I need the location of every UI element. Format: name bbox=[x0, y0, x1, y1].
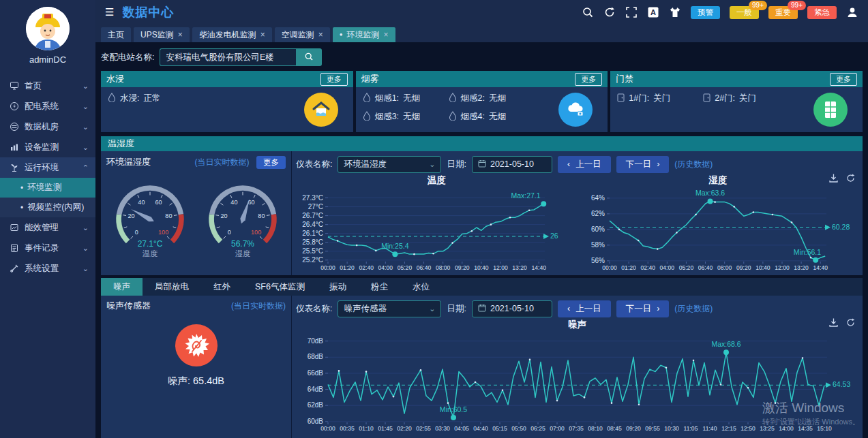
realtime-note: (当日实时数据) bbox=[231, 300, 286, 312]
subpanel-title: 环境温湿度 bbox=[106, 156, 151, 168]
access-door-icon bbox=[813, 93, 848, 127]
svg-text:40: 40 bbox=[230, 199, 237, 206]
door-more-button[interactable]: 更多 bbox=[830, 73, 857, 86]
close-icon[interactable]: × bbox=[384, 27, 389, 42]
th-more-button[interactable]: 更多 bbox=[256, 156, 286, 169]
alert-urgent-badge[interactable]: 紧急 bbox=[807, 6, 837, 19]
sidebar-item-equipment-monitor[interactable]: 设备监测 ⌄ bbox=[0, 137, 95, 157]
tab-home[interactable]: 主页 bbox=[101, 27, 131, 42]
sidebar-item-event-log[interactable]: 事件记录 ⌄ bbox=[0, 238, 95, 258]
date-picker[interactable]: 2021-05-10 bbox=[472, 300, 552, 317]
tab-ups[interactable]: UPS监测× bbox=[134, 27, 190, 42]
svg-text:26.7°C: 26.7°C bbox=[303, 212, 324, 219]
noise-icon bbox=[175, 324, 218, 366]
next-day-button[interactable]: 下一日 › bbox=[616, 156, 670, 173]
smoke-item-4: 烟感4:无烟 bbox=[449, 111, 535, 123]
svg-text:60.28: 60.28 bbox=[832, 223, 850, 231]
alert-general-badge[interactable]: 一般 99+ bbox=[730, 6, 759, 19]
prev-day-button[interactable]: ‹ 上一日 bbox=[558, 156, 611, 173]
svg-text:10:30: 10:30 bbox=[664, 425, 679, 432]
power-distribution-icon bbox=[10, 101, 19, 111]
sidebar: adminDC 首页 ⌄ 配电系统 ⌄ 数据机房 ⌄ 设备监测 ⌄ 运行环境 ⌃ bbox=[0, 0, 95, 438]
close-icon[interactable]: × bbox=[178, 27, 183, 42]
svg-text:80: 80 bbox=[258, 213, 265, 219]
date-picker[interactable]: 2021-05-10 bbox=[472, 156, 552, 173]
data-room-icon bbox=[10, 122, 19, 131]
sidebar-subitem-video-monitor[interactable]: • 视频监控(内网) bbox=[0, 198, 95, 217]
svg-text:A: A bbox=[650, 8, 656, 16]
chevron-left-icon: ‹ bbox=[567, 159, 570, 169]
station-search-button[interactable] bbox=[296, 48, 322, 66]
smoke-item-1: 烟感1:无烟 bbox=[363, 93, 449, 104]
sidebar-item-power-distribution[interactable]: 配电系统 ⌄ bbox=[0, 96, 95, 116]
th-controls: 仪表名称: 环境温湿度 ⌄ 日期: 2021-05-10 ‹ 上一日 bbox=[296, 154, 858, 174]
sidebar-subitem-environment-monitor[interactable]: • 环境监测 bbox=[0, 178, 95, 198]
theme-icon[interactable] bbox=[669, 6, 681, 18]
user-icon[interactable] bbox=[846, 6, 858, 18]
download-icon[interactable] bbox=[828, 317, 839, 328]
svg-text:07:00: 07:00 bbox=[550, 425, 565, 432]
svg-text:27.1°C: 27.1°C bbox=[137, 239, 162, 249]
tab-hvac[interactable]: 空调监测× bbox=[275, 27, 330, 42]
hamburger-icon[interactable]: ☰ bbox=[105, 6, 114, 18]
fullscreen-icon[interactable] bbox=[625, 6, 638, 18]
prev-day-button[interactable]: ‹ 上一日 bbox=[558, 300, 611, 317]
alert-important-badge[interactable]: 重要 99+ bbox=[768, 6, 798, 19]
water-more-button[interactable]: 更多 bbox=[320, 73, 348, 86]
refresh-icon[interactable] bbox=[845, 317, 856, 328]
chevron-down-icon: ⌄ bbox=[83, 123, 89, 131]
tab-noise[interactable]: 噪声 bbox=[101, 278, 143, 296]
tab-infrared[interactable]: 红外 bbox=[201, 278, 243, 296]
tab-water-level[interactable]: 水位 bbox=[400, 278, 442, 296]
subpanel-title: 噪声传感器 bbox=[106, 300, 151, 312]
meter-select[interactable]: 噪声传感器 ⌄ bbox=[338, 300, 441, 317]
svg-text:10:40: 10:40 bbox=[474, 264, 489, 271]
sidebar-item-environment[interactable]: 运行环境 ⌃ bbox=[0, 157, 95, 178]
tab-diesel[interactable]: 柴油发电机监测× bbox=[192, 27, 272, 42]
door-item-2: 2#门:关门 bbox=[703, 93, 789, 104]
refresh-icon[interactable] bbox=[603, 6, 616, 18]
close-icon[interactable]: × bbox=[318, 27, 323, 42]
svg-text:06:25: 06:25 bbox=[530, 425, 545, 432]
next-day-button[interactable]: 下一日 › bbox=[616, 300, 670, 317]
download-icon[interactable] bbox=[828, 173, 839, 183]
history-link[interactable]: (历史数据) bbox=[674, 159, 713, 170]
alert-general-count: 99+ bbox=[749, 1, 767, 10]
droplet-icon bbox=[363, 93, 371, 104]
svg-text:04:00: 04:00 bbox=[659, 264, 674, 271]
svg-text:01:20: 01:20 bbox=[621, 264, 636, 271]
tab-partial-discharge[interactable]: 局部放电 bbox=[143, 278, 201, 296]
svg-text:25.5°C: 25.5°C bbox=[303, 247, 324, 255]
chevron-left-icon: ‹ bbox=[567, 304, 570, 313]
noise-sensor-subpanel: 噪声传感器 (当日实时数据) 噪声: 65.4dB bbox=[101, 296, 292, 438]
svg-text:68dB: 68dB bbox=[307, 353, 323, 360]
energy-icon bbox=[10, 223, 19, 232]
font-size-icon[interactable]: A bbox=[647, 6, 659, 18]
sidebar-item-energy[interactable]: 能效管理 ⌄ bbox=[0, 217, 95, 238]
svg-text:03:30: 03:30 bbox=[435, 425, 450, 432]
meter-select[interactable]: 环境温湿度 ⌄ bbox=[338, 156, 441, 173]
station-input[interactable] bbox=[160, 48, 296, 66]
noise-controls: 仪表名称: 噪声传感器 ⌄ 日期: 2021-05-10 ‹ 上一日 bbox=[296, 298, 858, 319]
svg-text:02:55: 02:55 bbox=[416, 425, 431, 432]
sidebar-item-home[interactable]: 首页 ⌄ bbox=[0, 76, 95, 96]
search-icon[interactable] bbox=[582, 6, 594, 18]
smoke-item-3: 烟感3:无烟 bbox=[363, 111, 449, 123]
svg-text:70dB: 70dB bbox=[307, 337, 323, 345]
tab-sf6-gas[interactable]: SF6气体监测 bbox=[243, 278, 317, 296]
smoke-more-button[interactable]: 更多 bbox=[575, 73, 602, 86]
tab-environment[interactable]: ●环境监测× bbox=[333, 27, 395, 42]
alert-warning-badge[interactable]: 预警 bbox=[691, 6, 720, 19]
tab-vibration[interactable]: 振动 bbox=[317, 278, 359, 296]
temp-humidity-section-header: 温湿度 bbox=[101, 136, 863, 151]
tab-dust[interactable]: 粉尘 bbox=[359, 278, 400, 296]
svg-text:06:40: 06:40 bbox=[417, 264, 432, 271]
history-link[interactable]: (历史数据) bbox=[674, 303, 713, 315]
sidebar-item-data-room[interactable]: 数据机房 ⌄ bbox=[0, 116, 95, 137]
svg-text:09:20: 09:20 bbox=[736, 264, 751, 271]
sidebar-item-settings[interactable]: 系统设置 ⌄ bbox=[0, 258, 95, 279]
chevron-down-icon: ⌄ bbox=[83, 223, 89, 232]
close-icon[interactable]: × bbox=[260, 27, 265, 42]
refresh-icon[interactable] bbox=[845, 173, 856, 183]
noise-panel: 噪声传感器 (当日实时数据) 噪声: 65.4dB bbox=[101, 296, 863, 438]
